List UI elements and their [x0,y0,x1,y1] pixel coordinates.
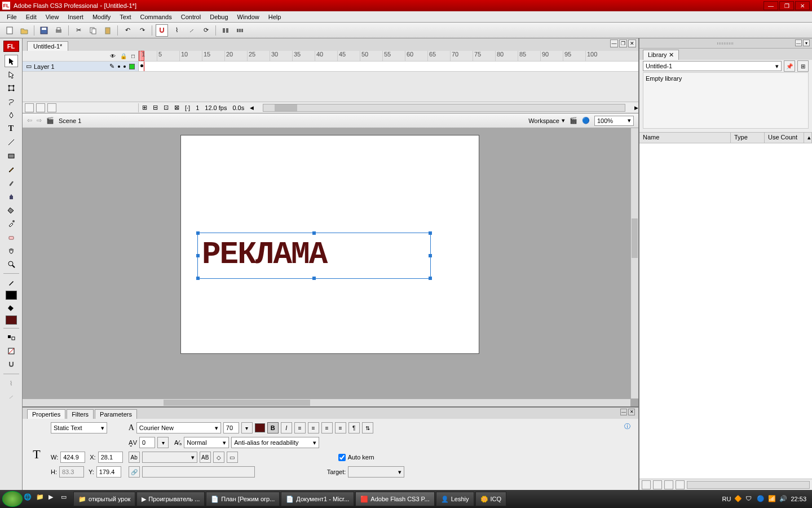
onion-markers-icon[interactable]: [·] [185,104,190,111]
brush-tool[interactable] [5,177,18,189]
ink-bottle-tool[interactable] [5,190,18,203]
width-input[interactable]: 424.9 [60,452,85,463]
print-button[interactable] [52,24,65,37]
new-button[interactable] [3,24,16,37]
menu-text[interactable]: Text [115,12,135,21]
delete-button[interactable] [676,480,685,489]
menu-insert[interactable]: Insert [63,12,88,21]
rectangle-tool[interactable] [5,150,18,162]
distribute-button[interactable] [234,24,246,37]
help-icon[interactable]: ⓘ [624,422,630,431]
spacing-stepper[interactable]: ▾ [157,437,169,448]
edit-scene-icon[interactable]: 🎬 [570,117,577,124]
border-button[interactable]: ▭ [227,452,238,463]
eye-icon[interactable]: 👁 [110,53,116,59]
doc-tab-untitled[interactable]: Untitled-1* [27,41,68,51]
task-6[interactable]: 👤 Leshiy [436,492,474,506]
resize-handle-bl[interactable] [196,277,200,280]
layer-lock-dot[interactable] [123,65,126,68]
align-left-button[interactable]: ≡ [294,422,306,433]
menu-view[interactable]: View [41,12,64,21]
line-tool[interactable] [5,136,18,148]
resize-handle-tl[interactable] [196,231,200,235]
task-4[interactable]: 📄 Документ1 - Micr... [281,492,354,506]
x-input[interactable]: 28.1 [98,452,123,463]
layer-name[interactable]: Layer 1 [34,63,55,70]
properties-button[interactable] [664,480,673,489]
new-library-button[interactable]: ⊞ [797,60,809,72]
pencil-tool[interactable] [5,163,18,176]
render-html-button[interactable]: AB [200,452,211,463]
canvas-hscroll[interactable] [23,398,630,406]
onion-skin-icon[interactable]: ⊞ [142,104,147,111]
menu-control[interactable]: Control [176,12,205,21]
text-color-swatch[interactable] [255,423,265,432]
quick-launch-1[interactable]: 🌐 [24,493,35,505]
text-type-dropdown[interactable]: Static Text▾ [51,422,107,433]
library-scroll[interactable] [687,481,810,489]
link-icon[interactable]: 🔗 [129,466,140,478]
copy-button[interactable] [87,24,99,37]
quick-launch-3[interactable]: ▶ [48,493,60,505]
eyedropper-tool[interactable] [5,217,18,230]
align-justify-button[interactable]: ≡ [335,422,346,433]
snap-button[interactable] [156,24,168,37]
panel-close-icon[interactable]: ✕ [628,409,635,415]
outline-icon[interactable]: □ [131,53,135,59]
timeline-ruler[interactable]: 1510152025303540455055606570758085909510… [139,51,638,61]
swap-colors-button[interactable] [5,331,18,344]
eraser-tool[interactable] [5,231,18,243]
tray-volume-icon[interactable]: 🔊 [779,495,787,503]
stage-viewport[interactable]: РЕКЛАМА [23,128,638,406]
snap-option-button[interactable] [5,358,18,371]
layer-row[interactable]: ▭ Layer 1 ✎ [23,62,139,71]
panel-menu-icon[interactable]: ▾ [803,40,810,46]
edit-symbol-icon[interactable]: 🔵 [582,117,590,124]
align-center-button[interactable]: ≡ [308,422,319,433]
edit-frames-icon[interactable]: ⊡ [164,104,169,111]
forward-icon[interactable]: ⇨ [37,117,42,124]
menu-help[interactable]: Help [264,12,286,21]
resize-handle-tr[interactable] [429,231,432,235]
orientation-button[interactable]: ⇅ [362,422,373,433]
rotate-button[interactable]: ⟳ [200,24,212,37]
font-dropdown[interactable]: Courier New▾ [136,422,221,433]
start-button[interactable] [2,491,23,507]
lang-indicator[interactable]: RU [722,496,731,502]
fill-color-tool[interactable] [5,301,18,314]
auto-kern-checkbox[interactable] [338,454,346,461]
menu-debug[interactable]: Debug [205,12,232,21]
tab-parameters[interactable]: Parameters [95,409,137,419]
tray-icon-3[interactable]: 🔵 [757,495,765,503]
quick-launch-2[interactable]: 📁 [36,493,47,505]
tray-icon-2[interactable]: 🛡 [745,495,753,503]
free-transform-tool[interactable] [5,82,18,94]
save-button[interactable] [38,24,50,37]
align-right-button[interactable]: ≡ [321,422,333,433]
menu-window[interactable]: Window [233,12,264,21]
resize-handle-bm[interactable] [312,277,316,280]
stroke-color-tool[interactable] [5,277,18,289]
menu-commands[interactable]: Commands [135,12,176,21]
selection-bounding-box[interactable] [197,233,431,279]
new-folder-button[interactable] [36,103,45,112]
resize-handle-ml[interactable] [196,254,200,257]
panel-collapse-icon[interactable]: — [795,40,802,46]
italic-button[interactable]: I [281,422,292,433]
doc-restore-button[interactable]: ❐ [619,40,627,47]
task-2[interactable]: ▶ Проигрыватель ... [136,492,205,506]
lock-icon[interactable]: 🔒 [120,53,127,59]
pen-tool[interactable] [5,109,18,121]
timeline-frames[interactable] [139,62,638,71]
scene-label[interactable]: Scene 1 [59,117,81,124]
library-list[interactable] [639,143,812,479]
delete-layer-button[interactable] [47,103,56,112]
y-input[interactable]: 179.4 [96,466,121,478]
resize-handle-br[interactable] [429,277,432,280]
panel-grip[interactable]: — ▾ [639,38,812,49]
canvas-vscroll[interactable] [630,128,638,398]
tray-icon-4[interactable]: 📶 [768,495,776,503]
library-doc-dropdown[interactable]: Untitled-1▾ [643,61,782,71]
col-type[interactable]: Type [731,133,765,143]
tab-properties[interactable]: Properties [27,409,65,419]
